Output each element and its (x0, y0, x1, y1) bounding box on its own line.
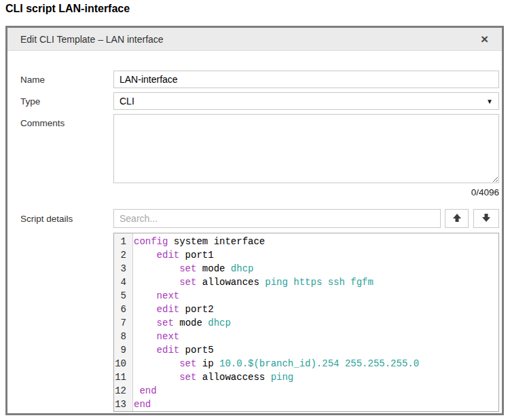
code-text: set allowances ping https ssh fgfm (130, 275, 374, 289)
line-number: 8 (114, 330, 130, 343)
dialog-title: Edit CLI Template – LAN interface (20, 34, 164, 45)
script-details-label: Script details (20, 214, 73, 224)
code-line: 9 edit port5 (114, 343, 498, 357)
dialog-header: Edit CLI Template – LAN interface × (7, 28, 502, 51)
code-text: set mode dhcp (130, 262, 253, 275)
line-number: 3 (114, 262, 130, 275)
up-arrow-icon (452, 212, 462, 225)
name-input[interactable] (113, 71, 499, 88)
name-label: Name (20, 75, 45, 85)
comments-label: Comments (20, 118, 65, 128)
comments-textarea[interactable] (113, 114, 499, 183)
code-line: 6 edit port2 (114, 303, 498, 316)
code-line: 3 set mode dhcp (114, 262, 498, 275)
code-line: 10 set ip 10.0.$(branch_id).254 255.255.… (114, 357, 498, 370)
code-line: 13end (114, 398, 498, 411)
line-number: 11 (114, 370, 130, 384)
code-text: config system interface (130, 235, 265, 248)
down-arrow-icon (481, 212, 492, 225)
code-line: 4 set allowances ping https ssh fgfm (114, 275, 498, 289)
code-text: set allowaccess ping (130, 370, 293, 384)
code-text: set ip 10.0.$(branch_id).254 255.255.255… (130, 357, 419, 370)
line-number: 6 (114, 303, 130, 316)
edit-cli-template-dialog: Edit CLI Template – LAN interface × Name… (5, 26, 504, 415)
code-text: next (130, 289, 179, 303)
type-select[interactable]: CLI ▼ (113, 92, 499, 110)
code-line: 12 end (114, 384, 498, 398)
code-text: end (130, 398, 151, 411)
line-number: 4 (114, 275, 130, 289)
line-number: 12 (114, 384, 130, 398)
code-line: 2 edit port1 (114, 248, 498, 262)
move-down-button[interactable] (473, 209, 499, 228)
page-title: CLI script LAN-interface (5, 3, 130, 15)
code-line: 11 set allowaccess ping (114, 370, 498, 384)
type-label: Type (20, 96, 40, 107)
line-number: 5 (114, 289, 130, 303)
code-line: 5 next (114, 289, 498, 303)
type-select-value: CLI (120, 96, 134, 107)
line-number: 10 (114, 357, 130, 370)
line-number: 2 (114, 248, 130, 262)
line-number: 13 (114, 398, 130, 411)
code-line: 7 set mode dhcp (114, 316, 498, 330)
code-text: edit port5 (130, 343, 214, 357)
line-number: 1 (114, 235, 130, 248)
code-text: edit port1 (130, 248, 214, 262)
move-up-button[interactable] (445, 209, 469, 228)
code-line: 8 next (114, 330, 498, 343)
code-text: next (130, 330, 179, 343)
chevron-down-icon: ▼ (486, 98, 493, 105)
code-text: edit port2 (130, 303, 214, 316)
code-editor[interactable]: 1config system interface2 edit port13 se… (113, 233, 499, 412)
close-icon[interactable]: × (481, 28, 488, 51)
code-text: set mode dhcp (130, 316, 231, 330)
code-text: end (130, 384, 157, 398)
line-number: 9 (114, 343, 130, 357)
comments-char-counter: 0/4096 (113, 187, 499, 197)
line-number: 7 (114, 316, 130, 330)
search-input[interactable] (113, 209, 441, 228)
code-line: 1config system interface (114, 235, 498, 248)
